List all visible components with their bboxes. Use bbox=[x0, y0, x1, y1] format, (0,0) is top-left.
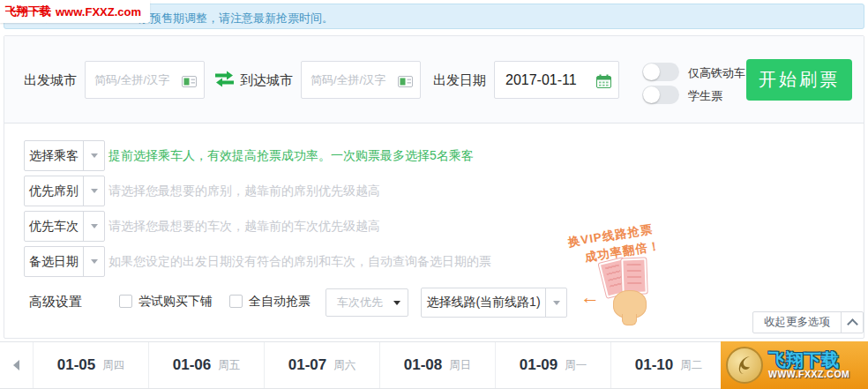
dropdown-arrow[interactable] bbox=[545, 288, 566, 317]
seat-priority-button[interactable]: 优先席别 bbox=[24, 176, 105, 206]
priority-mode-value: 车次优先 bbox=[326, 295, 393, 310]
date-value: 01-08 bbox=[404, 356, 442, 374]
date-tab[interactable]: 01-07 周六 bbox=[265, 342, 380, 388]
lower-berth-checkbox[interactable] bbox=[119, 295, 132, 308]
dropdown-arrow[interactable] bbox=[83, 176, 104, 206]
weekday-value: 周一 bbox=[565, 358, 587, 373]
priority-mode-select[interactable]: 车次优先 bbox=[326, 288, 408, 317]
option-row-alt-dates: 备选日期 如果您设定的出发日期没有符合的席别和车次，自动查询备选日期的票 bbox=[4, 246, 864, 278]
advanced-settings-label: 高级设置 bbox=[29, 294, 82, 310]
hand-illustration bbox=[613, 290, 647, 318]
date-value: 01-07 bbox=[288, 356, 326, 374]
arrive-city-field bbox=[301, 61, 421, 99]
date-tab[interactable]: 01-08 周日 bbox=[380, 342, 496, 388]
toggle-knob bbox=[643, 86, 660, 103]
code-card-icon[interactable] bbox=[398, 75, 413, 91]
passengers-hint: 提前选择乘车人，有效提高抢票成功率。一次购票最多选择5名乘客 bbox=[108, 140, 474, 171]
weekday-value: 周六 bbox=[333, 358, 355, 373]
watermark-top-url: www.FXXZ.com bbox=[56, 5, 141, 19]
watermark-bottom-site: 飞翔下载 bbox=[768, 351, 849, 370]
watermark-top-site: 飞翔下载 bbox=[5, 4, 51, 19]
lower-berth-label: 尝试购买下铺 bbox=[138, 294, 213, 310]
date-value: 01-10 bbox=[635, 356, 673, 374]
collapse-options-button[interactable]: 收起更多选项 bbox=[752, 311, 864, 333]
student-ticket-toggle[interactable] bbox=[642, 86, 679, 104]
chevron-up-icon[interactable] bbox=[841, 312, 863, 333]
date-value: 01-09 bbox=[520, 356, 557, 374]
student-ticket-label: 学生票 bbox=[688, 88, 722, 104]
weekday-value: 周日 bbox=[449, 358, 471, 373]
alt-dates-button[interactable]: 备选日期 bbox=[24, 246, 105, 277]
auto-grab-label: 全自动抢票 bbox=[249, 294, 311, 310]
arrive-city-label: 到达城市 bbox=[240, 72, 293, 89]
option-row-train-priority: 优先车次 请选择您最想要的车次，越靠前的车次优先级越高 bbox=[4, 211, 864, 243]
dropdown-arrow[interactable] bbox=[83, 212, 104, 241]
watermark-top: 飞翔下载 www.FXXZ.com bbox=[0, 0, 150, 23]
date-value: 01-05 bbox=[57, 356, 95, 374]
highspeed-only-label: 仅高铁动车 bbox=[688, 65, 745, 81]
date-value: 01-06 bbox=[173, 356, 211, 374]
highspeed-only-toggle[interactable] bbox=[642, 63, 679, 81]
date-tab[interactable]: 01-09 周一 bbox=[496, 342, 611, 388]
train-priority-hint: 请选择您最想要的车次，越靠前的车次优先级越高 bbox=[108, 211, 380, 242]
date-tab[interactable]: 01-10 周二 bbox=[611, 342, 727, 388]
search-form: 出发城市 到达城市 bbox=[4, 36, 864, 123]
option-row-passengers: 选择乘客 提前选择乘车人，有效提高抢票成功率。一次购票最多选择5名乘客 bbox=[4, 140, 864, 172]
alt-dates-hint: 如果您设定的出发日期没有符合的席别和车次，自动查询备选日期的票 bbox=[108, 246, 491, 277]
seat-priority-label: 优先席别 bbox=[25, 176, 83, 206]
date-prev-button[interactable] bbox=[0, 342, 34, 388]
date-tab[interactable]: 01-06 周五 bbox=[149, 342, 265, 388]
promo-left-arrow-icon: ← bbox=[580, 286, 600, 309]
select-route-label: 选择线路(当前线路1) bbox=[422, 288, 545, 317]
select-arrow-icon bbox=[393, 301, 400, 305]
auto-grab-checkbox[interactable] bbox=[229, 295, 243, 308]
app-window: 票预售期调整，请注意最新抢票时间。 飞翔下载 www.FXXZ.com 出发城市 bbox=[0, 0, 868, 389]
select-passengers-label: 选择乘客 bbox=[25, 141, 83, 170]
date-tab[interactable]: 01-05 周四 bbox=[34, 342, 149, 388]
depart-date-label: 出发日期 bbox=[433, 72, 486, 89]
watermark-bottom-url: WWW.FXXZ.COM bbox=[768, 370, 849, 379]
main-panel: 出发城市 到达城市 bbox=[4, 35, 864, 339]
option-row-seat-priority: 优先席别 请选择您最想要的席别，越靠前的席别优先级越高 bbox=[4, 176, 864, 207]
notice-text: 票预售期调整，请注意最新抢票时间。 bbox=[138, 11, 333, 26]
depart-date-input[interactable] bbox=[495, 62, 597, 98]
depart-date-field bbox=[494, 61, 619, 99]
fxxz-logo-icon bbox=[726, 347, 763, 384]
depart-city-field bbox=[85, 61, 205, 99]
ticket-icon bbox=[621, 258, 647, 295]
weekday-value: 周二 bbox=[680, 358, 702, 373]
weekday-value: 周五 bbox=[218, 358, 240, 373]
dropdown-arrow[interactable] bbox=[83, 247, 104, 276]
train-priority-button[interactable]: 优先车次 bbox=[24, 211, 105, 242]
calendar-icon[interactable] bbox=[596, 74, 611, 92]
select-route-button[interactable]: 选择线路(当前线路1) bbox=[421, 288, 567, 318]
code-card-icon[interactable] bbox=[182, 75, 197, 91]
collapse-options-label: 收起更多选项 bbox=[753, 312, 841, 333]
depart-city-label: 出发城市 bbox=[24, 72, 77, 89]
dropdown-arrow[interactable] bbox=[83, 141, 104, 170]
arrive-city-input[interactable] bbox=[302, 62, 399, 98]
watermark-bottom: 飞翔下载 WWW.FXXZ.COM bbox=[721, 341, 868, 389]
train-priority-label: 优先车次 bbox=[25, 212, 83, 241]
select-passengers-button[interactable]: 选择乘客 bbox=[24, 140, 105, 171]
depart-city-input[interactable] bbox=[86, 62, 183, 98]
alt-dates-label: 备选日期 bbox=[25, 247, 83, 276]
swap-cities-icon[interactable] bbox=[213, 71, 236, 91]
toggle-knob bbox=[643, 64, 660, 80]
weekday-value: 周四 bbox=[102, 358, 124, 373]
seat-priority-hint: 请选择您最想要的席别，越靠前的席别优先级越高 bbox=[108, 176, 380, 206]
start-refresh-button[interactable]: 开始刷票 bbox=[746, 59, 852, 101]
